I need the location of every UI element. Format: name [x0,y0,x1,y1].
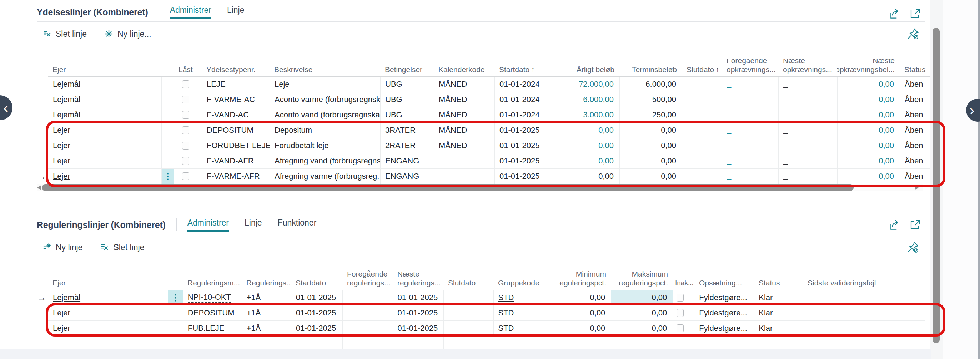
col-header-minimum-reguleringspct[interactable]: Minimum reguleringspct. [560,265,611,290]
cell-foregaaende[interactable] [343,321,393,336]
cell-kalenderkode[interactable]: MÅNED [434,107,495,122]
cell-foregaaende[interactable]: _ [722,77,779,92]
col-header-slutdato[interactable]: Slutdato [444,265,493,290]
cell-terminsbeloeb[interactable]: 0,00 [620,169,682,184]
cell-naeste[interactable]: _ [779,92,838,107]
cell-empty[interactable] [611,336,673,349]
cell-gruppekode[interactable]: STD [494,290,560,305]
scroll-left-arrow[interactable] [37,185,41,190]
cell-empty[interactable] [560,336,611,349]
cell-status[interactable]: Klar [754,290,803,305]
cell-row-menu[interactable] [162,77,174,92]
cell-empty[interactable] [242,336,291,349]
cell-empty[interactable] [673,336,694,349]
cell-gruppekode[interactable]: STD [494,321,560,336]
cell-foregaaende[interactable] [343,290,393,305]
cell-status[interactable]: Klar [754,305,803,321]
cell-beskrivelse[interactable]: Depositum [270,123,380,138]
cell-row-menu[interactable] [162,107,174,122]
col-header-inak[interactable]: Inak... [673,265,694,290]
cell-slutdato[interactable] [682,169,722,184]
cell-inak[interactable] [673,290,694,305]
cell-ydelsestypenr[interactable]: F-VAND-AFR [202,153,270,168]
cell-naeste[interactable]: _ [779,169,838,184]
cell-naeste-bel[interactable]: 0,00 [838,107,900,122]
cell-aarligt-beloeb[interactable]: 3.000,00 [550,107,620,122]
cell-naeste-bel[interactable]: 0,00 [838,138,900,153]
cell-kalenderkode[interactable]: MÅNED [434,123,495,138]
share-icon[interactable] [888,7,902,22]
cell-status[interactable]: Åben [900,107,931,122]
delete-line-button[interactable]: Slet linje [42,29,87,39]
col-header-naeste-regulerings[interactable]: Næste regulerings... [393,265,444,290]
cell-kalenderkode[interactable]: MÅNED [434,138,495,153]
cell-empty[interactable] [493,336,560,349]
cell-row-menu[interactable] [162,123,174,138]
cell-kalenderkode[interactable]: MÅNED [434,77,495,92]
cell-laast[interactable] [174,138,202,153]
tab-linje[interactable]: Linje [227,5,245,19]
cell-maksimum[interactable]: 0,00 [611,321,673,336]
cell-naeste[interactable]: 01-01-2025 [393,321,444,336]
open-in-new-window-icon[interactable] [909,7,922,21]
cell-ydelsestypenr[interactable]: LEJE [202,77,270,92]
checkbox[interactable] [182,95,189,103]
new-line-button[interactable]: Ny linje [42,242,83,252]
tab-linje[interactable]: Linje [245,218,262,232]
cell-empty[interactable] [694,336,754,349]
cell-naeste[interactable]: _ [779,153,838,168]
cell-slutdato[interactable] [444,305,494,321]
cell-minimum[interactable]: 0,00 [560,321,611,336]
cell-startdato[interactable]: 01-01-2025 [291,305,343,321]
cell-row-menu[interactable] [162,153,174,168]
cell-foregaaende[interactable]: _ [722,138,779,153]
col-header-slutdato[interactable]: Slutdato↑ [682,59,722,76]
cell-laast[interactable] [174,77,202,92]
cell-ejer[interactable]: Lejemål [48,107,162,122]
cell-row-menu[interactable] [168,321,183,336]
cell-status[interactable]: Åben [900,123,931,138]
cell-empty[interactable] [754,336,803,349]
cell-betingelser[interactable]: ENGANG [380,153,434,168]
cell-ydelsestypenr[interactable]: F-VARME-AFR [202,169,270,184]
cell-naeste[interactable]: 01-01-2025 [393,305,444,321]
cell-minimum[interactable]: 0,00 [560,305,611,321]
cell-laast[interactable] [174,92,202,107]
cell-betingelser[interactable]: UBG [380,107,434,122]
cell-naeste-bel[interactable]: 0,00 [838,123,900,138]
cell-ydelsestypenr[interactable]: DEPOSITUM [202,123,270,138]
cell-inak[interactable] [673,321,694,336]
cell-ejer[interactable]: Lejer [48,305,168,321]
checkbox[interactable] [182,157,189,165]
cell-row-menu[interactable] [168,305,183,321]
cell-fejl[interactable] [803,321,925,336]
cell-fejl[interactable] [803,290,925,305]
cell-startdato[interactable]: 01-01-2024 [495,92,550,107]
cell-ydelsestypenr[interactable]: F-VAND-AC [202,107,270,122]
cell-ejer[interactable]: Lejemål [48,92,162,107]
cell-startdato[interactable]: 01-01-2025 [291,290,343,305]
col-header-startdato[interactable]: Startdato↑ [495,59,550,76]
cell-laast[interactable] [174,123,202,138]
cell-beskrivelse[interactable]: Forudbetalt leje [270,138,380,153]
cell-naeste[interactable]: _ [779,123,838,138]
cell-opsaetning[interactable]: Fyldestgøre... [694,305,754,321]
cell-terminsbeloeb[interactable]: 250,00 [620,107,682,122]
cell-startdato[interactable]: 01-01-2025 [291,321,343,336]
cell-slutdato[interactable] [444,321,494,336]
cell-startdato[interactable]: 01-01-2024 [495,107,550,122]
cell-fejl[interactable] [803,305,925,321]
cell-slutdato[interactable] [444,290,494,305]
cell-foregaaende[interactable]: _ [722,153,779,168]
cell-status[interactable]: Åben [900,92,931,107]
delete-line-button[interactable]: Slet linje [100,242,144,252]
row-menu-button[interactable]: ⋮ [168,290,183,305]
tab-funktioner[interactable]: Funktioner [278,218,317,232]
cell-reguleringsm[interactable]: DEPOSITUM [183,305,242,321]
tab-administrer[interactable]: Administrer [188,218,229,232]
cell-kalenderkode[interactable]: MÅNED [434,92,495,107]
checkbox[interactable] [182,126,189,134]
cell-opsaetning[interactable]: Fyldestgøre... [694,290,754,305]
cell-slutdato[interactable] [682,138,722,153]
col-header-ydelsestypenr[interactable]: Ydelsestypenr. [202,59,270,76]
